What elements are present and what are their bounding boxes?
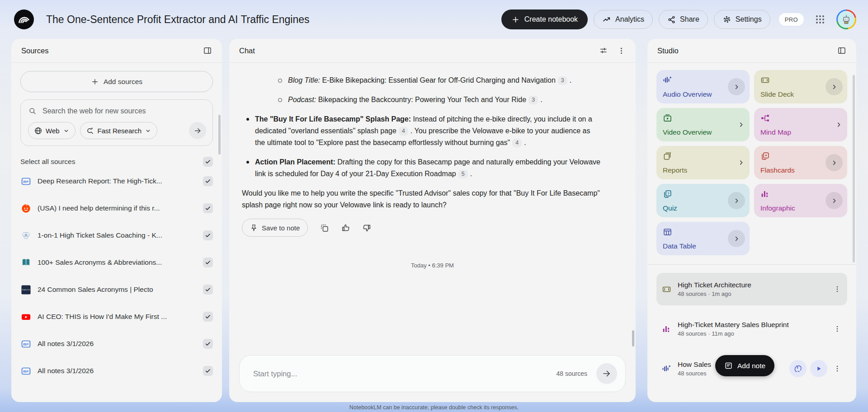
- sources-panel: Sources Add sources Search the web for n…: [11, 39, 222, 402]
- research-mode-dropdown[interactable]: Fast Research: [80, 122, 158, 139]
- citation-chip[interactable]: 5: [458, 170, 468, 178]
- share-button[interactable]: Share: [659, 10, 708, 29]
- add-note-button[interactable]: Add note: [715, 355, 774, 376]
- settings-button[interactable]: Settings: [714, 10, 770, 29]
- artifact-text: High-Ticket Mastery Sales Blueprint48 so…: [678, 321, 825, 337]
- artifact-more-menu-icon[interactable]: [831, 320, 844, 337]
- collapse-studio-panel-icon[interactable]: [837, 46, 846, 55]
- chevron-down-icon: [145, 127, 151, 134]
- source-list-item[interactable]: 100+ Sales Acronyms & Abbreviations...: [11, 249, 222, 276]
- collapse-sources-panel-icon[interactable]: [203, 46, 212, 55]
- citation-chip[interactable]: 3: [558, 76, 567, 85]
- citation-chip[interactable]: 3: [528, 96, 538, 104]
- source-checkbox[interactable]: [203, 285, 213, 295]
- source-list-item[interactable]: PLECTO24 Common Sales Acronyms | Plecto: [11, 276, 222, 303]
- studio-scrollbar[interactable]: [853, 75, 855, 262]
- share-icon: [667, 15, 676, 24]
- doc-markdown-icon: m+: [20, 338, 31, 349]
- chevron-right-icon[interactable]: [737, 121, 745, 129]
- chevron-right-icon[interactable]: [826, 154, 843, 171]
- source-list-item[interactable]: 1-on-1 High Ticket Sales Coaching - K...: [11, 222, 222, 249]
- citation-chip[interactable]: 4: [399, 127, 408, 136]
- chevron-right-icon[interactable]: [826, 78, 843, 95]
- waveform-sparkle-icon: [662, 364, 671, 374]
- select-all-checkbox[interactable]: [203, 157, 213, 167]
- copy-icon[interactable]: [320, 223, 329, 233]
- citation-chip[interactable]: 4: [512, 139, 522, 147]
- chat-settings-icon[interactable]: [599, 46, 608, 55]
- source-checkbox[interactable]: [203, 312, 213, 322]
- source-checkbox[interactable]: [203, 176, 213, 186]
- thumbs-up-icon[interactable]: [341, 223, 350, 233]
- user-avatar[interactable]: [836, 9, 856, 29]
- barchart-icon: [662, 324, 671, 334]
- add-note-label: Add note: [737, 362, 765, 370]
- source-title: (USA) I need help determining if this r.…: [38, 204, 197, 212]
- source-title: AI CEO: THIS is How I'd Make My First ..…: [38, 313, 197, 321]
- message-sub-bullet: Blog Title: E-Bike Bikepacking: Essentia…: [242, 75, 601, 86]
- source-list-item[interactable]: m+All notes 3/1/2026: [11, 330, 222, 357]
- thumbs-down-icon[interactable]: [362, 223, 372, 233]
- source-list-item[interactable]: AI CEO: THIS is How I'd Make My First ..…: [11, 303, 222, 330]
- chat-scrollbar[interactable]: [632, 330, 634, 346]
- chat-more-menu-icon[interactable]: [617, 47, 626, 55]
- add-sources-button[interactable]: Add sources: [20, 71, 213, 92]
- add-sources-label: Add sources: [104, 78, 142, 86]
- chevron-right-icon[interactable]: [728, 230, 745, 247]
- play-button[interactable]: [810, 360, 827, 377]
- studio-tile-mind-map[interactable]: Mind Map: [754, 108, 847, 141]
- studio-tile-video-overview[interactable]: Video Overview: [656, 108, 750, 141]
- doc-markdown-icon: m+: [20, 365, 31, 376]
- source-checkbox[interactable]: [203, 203, 213, 213]
- artifact-more-menu-icon[interactable]: [831, 360, 844, 377]
- studio-tile-quiz[interactable]: ?Quiz: [656, 184, 750, 217]
- studio-artifact-card[interactable]: High-Ticket Mastery Sales Blueprint48 so…: [656, 313, 847, 345]
- source-checkbox[interactable]: [203, 366, 213, 376]
- pin-icon: [250, 224, 258, 232]
- chevron-right-icon[interactable]: [728, 78, 745, 95]
- chat-input[interactable]: Start typing... 48 sources: [239, 355, 626, 392]
- slide-icon: [662, 285, 671, 294]
- artifact-actions: [831, 320, 844, 337]
- chevron-right-icon[interactable]: [835, 121, 843, 129]
- search-submit-button[interactable]: [189, 122, 206, 139]
- web-filter-dropdown[interactable]: Web: [28, 122, 75, 139]
- top-header: The One-Sentence Profit Extractor and AI…: [0, 0, 868, 39]
- notebook-title[interactable]: The One-Sentence Profit Extractor and AI…: [46, 14, 310, 26]
- source-list-item[interactable]: (USA) I need help determining if this r.…: [11, 195, 222, 222]
- create-notebook-button[interactable]: Create notebook: [501, 9, 588, 29]
- message-bullet: Action Plan Placement: Drafting the copy…: [242, 156, 601, 180]
- source-title: Deep Research Report: The High-Tick...: [38, 177, 197, 185]
- send-button[interactable]: [596, 363, 617, 384]
- source-list-item[interactable]: m+All notes 3/1/2026: [11, 357, 222, 384]
- mindmap-icon: [760, 113, 770, 123]
- save-to-note-button[interactable]: Save to note: [242, 219, 308, 237]
- chevron-right-icon[interactable]: [737, 159, 745, 167]
- select-all-row: Select all sources: [20, 157, 213, 167]
- source-checkbox[interactable]: [203, 258, 213, 267]
- source-list-item[interactable]: m+Deep Research Report: The High-Tick...: [11, 168, 222, 195]
- notebooklm-logo-icon[interactable]: [14, 9, 34, 30]
- source-checkbox[interactable]: [203, 339, 213, 349]
- sources-scrollbar[interactable]: [218, 115, 221, 154]
- source-checkbox[interactable]: [203, 230, 213, 240]
- search-input[interactable]: Search the web for new sources: [28, 107, 206, 116]
- studio-tile-slide-deck[interactable]: Slide Deck: [754, 70, 847, 103]
- chevron-right-icon[interactable]: [728, 192, 745, 209]
- arrow-right-icon: [602, 369, 612, 379]
- studio-tile-infographic[interactable]: Infographic: [754, 184, 847, 217]
- chevron-right-icon[interactable]: [826, 192, 843, 209]
- studio-tile-data-table[interactable]: Data Table: [656, 222, 750, 255]
- studio-tile-flashcards[interactable]: Flashcards: [754, 146, 847, 179]
- trending-up-icon: [602, 15, 611, 24]
- apps-grid-icon[interactable]: [813, 13, 827, 26]
- studio-artifact-card[interactable]: High Ticket Architecture48 sources · 1m …: [656, 273, 847, 305]
- plecto-icon: PLECTO: [20, 284, 31, 295]
- reddit-icon: [20, 203, 31, 214]
- studio-tile-audio-overview[interactable]: Audio Overview: [656, 70, 750, 103]
- studio-tile-reports[interactable]: Reports: [656, 146, 750, 179]
- interactive-mode-button[interactable]: [789, 360, 807, 377]
- artifact-more-menu-icon[interactable]: [831, 281, 844, 298]
- analytics-button[interactable]: Analytics: [594, 10, 653, 29]
- studio-tile-label: Mind Map: [760, 128, 841, 136]
